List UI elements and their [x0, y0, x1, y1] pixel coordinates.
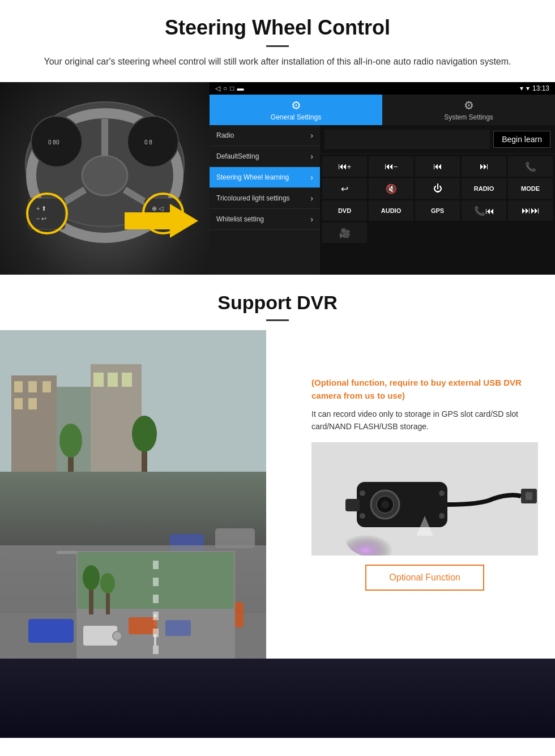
svg-rect-71	[526, 492, 532, 500]
control-buttons-grid: ⏮+ ⏮− ⏮ ⏭ 📞 ↩ 🔇 ⏻ RADIO MODE DVD AUDIO G…	[320, 154, 555, 245]
svg-rect-21	[14, 381, 23, 392]
begin-learn-row: Begin learn	[320, 125, 555, 154]
menu-item-tricoloured[interactable]: Tricoloured light settings ›	[210, 188, 320, 209]
menu-item-default-setting[interactable]: DefaultSetting ›	[210, 146, 320, 167]
svg-text:+   ⬆: + ⬆	[36, 205, 46, 212]
svg-point-16	[127, 116, 178, 167]
dvr-description: It can record video only to storage in G…	[311, 408, 538, 433]
recents-icon: □	[230, 84, 234, 92]
steering-demo-area: + ⬆ − ↩ ⊕ ◁ ○ ▷ 0 80 0 8	[0, 82, 555, 275]
dvr-camera-svg	[311, 442, 538, 556]
optional-function-button[interactable]: Optional Function	[365, 565, 484, 591]
dvd-button[interactable]: DVD	[322, 200, 367, 221]
dvr-title-area: Support DVR	[0, 275, 555, 330]
phone-prev-button[interactable]: 📞⏮	[462, 200, 506, 221]
time-display: 13:13	[532, 84, 549, 92]
svg-point-64	[381, 501, 389, 509]
main-title: Steering Wheel Control	[34, 16, 521, 40]
dvr-title: Support DVR	[0, 292, 555, 314]
svg-rect-6	[28, 198, 65, 229]
prev-track-button[interactable]: ⏮	[415, 156, 460, 177]
main-description: Your original car's steering wheel contr…	[34, 55, 521, 69]
radio-button[interactable]: RADIO	[462, 178, 506, 199]
chevron-right-icon-3: ›	[310, 173, 313, 182]
menu-item-radio[interactable]: Radio ›	[210, 125, 320, 146]
svg-rect-36	[215, 528, 255, 548]
steering-wheel-svg: + ⬆ − ↩ ⊕ ◁ ○ ▷ 0 80 0 8	[11, 91, 198, 266]
dvr-icon-button[interactable]: 🎥	[322, 223, 367, 243]
title-divider	[266, 45, 289, 47]
svg-rect-55	[154, 634, 156, 646]
status-right-icons: ▾ ▾ 13:13	[520, 84, 549, 92]
dvr-divider	[266, 319, 289, 321]
tab-general-label: General Settings	[271, 113, 321, 121]
dvr-info-box: (Optional function, require to buy exter…	[300, 364, 549, 602]
power-button[interactable]: ⏻	[415, 178, 460, 199]
gear-icon-inactive: ⚙	[464, 99, 474, 112]
audio-button[interactable]: AUDIO	[369, 200, 413, 221]
tab-system-settings[interactable]: ⚙ System Settings	[382, 95, 555, 125]
vol-down-button[interactable]: ⏮−	[369, 156, 413, 177]
tab-general-settings[interactable]: ⚙ General Settings	[210, 95, 382, 125]
mute-button[interactable]: 🔇	[369, 178, 413, 199]
gps-button[interactable]: GPS	[415, 200, 460, 221]
svg-rect-54	[154, 614, 156, 626]
svg-rect-28	[93, 373, 104, 387]
gear-icon-active: ⚙	[291, 99, 301, 112]
svg-rect-30	[122, 373, 132, 387]
dvr-camera-thumbnail	[76, 551, 235, 659]
svg-rect-24	[28, 398, 37, 409]
svg-rect-25	[42, 381, 51, 392]
svg-text:0  80: 0 80	[48, 139, 59, 146]
svg-rect-56	[129, 617, 157, 634]
svg-text:−   ↩: − ↩	[36, 215, 46, 222]
svg-rect-45	[28, 619, 74, 643]
thumb-road-image	[78, 552, 234, 657]
svg-point-68	[439, 513, 445, 519]
android-status-bar: ◁ ○ □ ▬ ▾ ▾ 13:13	[210, 82, 555, 95]
svg-rect-69	[345, 499, 360, 511]
chevron-right-icon: ›	[310, 131, 313, 140]
svg-point-65	[360, 490, 365, 496]
next-track-button[interactable]: ⏭	[462, 156, 506, 177]
phone-button[interactable]: 📞	[508, 156, 553, 177]
vol-up-button[interactable]: ⏮+	[322, 156, 367, 177]
dvr-optional-heading: (Optional function, require to buy exter…	[311, 377, 538, 402]
steering-wheel-photo: + ⬆ − ↩ ⊕ ◁ ○ ▷ 0 80 0 8	[0, 82, 210, 275]
steering-input-field	[325, 130, 490, 149]
svg-rect-29	[108, 373, 118, 387]
next-next-button[interactable]: ⏭⏭	[508, 200, 553, 221]
svg-text:0   8: 0 8	[144, 139, 152, 146]
menu-icon: ▬	[237, 84, 244, 92]
menu-item-whitelist[interactable]: Whitelist setting ›	[210, 209, 320, 230]
svg-rect-58	[83, 626, 117, 646]
home-icon: ○	[223, 84, 227, 92]
nav-icons: ◁ ○ □ ▬	[215, 84, 244, 92]
wifi-icon: ▾	[526, 84, 530, 92]
svg-text:⊕  ◁: ⊕ ◁	[152, 205, 164, 212]
svg-point-34	[132, 416, 157, 452]
settings-main-content: Radio › DefaultSetting › Steering Wheel …	[210, 125, 555, 275]
settings-tab-bar[interactable]: ⚙ General Settings ⚙ System Settings	[210, 95, 555, 125]
svg-rect-22	[14, 398, 23, 409]
svg-point-51	[83, 565, 100, 590]
dvr-section: Support DVR	[0, 275, 555, 738]
tab-system-label: System Settings	[444, 113, 493, 121]
chevron-right-icon-2: ›	[310, 152, 313, 161]
mode-button[interactable]: MODE	[508, 178, 553, 199]
back-call-button[interactable]: ↩	[322, 178, 367, 199]
dvr-body: (Optional function, require to buy exter…	[0, 330, 555, 738]
svg-point-53	[100, 573, 115, 593]
svg-point-32	[59, 424, 82, 458]
steering-right-panel: Begin learn ⏮+ ⏮− ⏮ ⏭ 📞 ↩ 🔇 ⏻ RADIO MODE…	[320, 125, 555, 275]
svg-rect-23	[28, 381, 37, 392]
chevron-right-icon-5: ›	[310, 215, 313, 224]
begin-learn-button[interactable]: Begin learn	[493, 131, 550, 148]
settings-left-menu: Radio › DefaultSetting › Steering Wheel …	[210, 125, 320, 275]
chevron-right-icon-4: ›	[310, 194, 313, 203]
menu-item-steering-wheel[interactable]: Steering Wheel learning ›	[210, 167, 320, 188]
back-icon: ◁	[215, 84, 220, 92]
svg-point-2	[82, 156, 127, 195]
thumbnail-svg	[78, 552, 235, 659]
steering-section-header: Steering Wheel Control Your original car…	[0, 0, 555, 74]
